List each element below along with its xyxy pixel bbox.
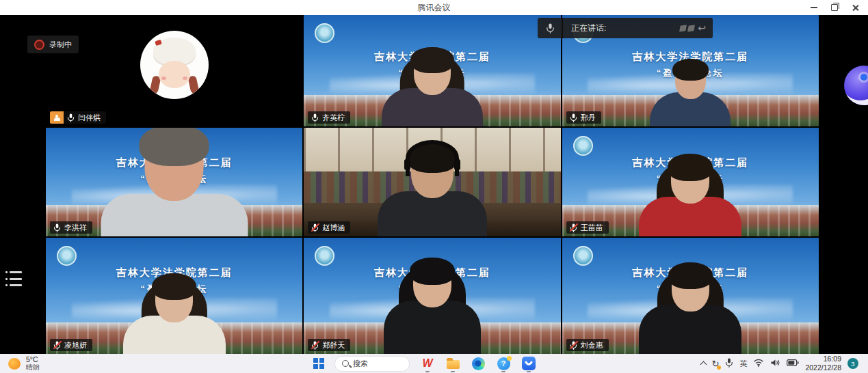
tencent-meeting-icon[interactable] xyxy=(521,355,536,372)
wps-icon[interactable]: W xyxy=(420,355,435,372)
host-badge xyxy=(50,111,64,124)
mic-icon xyxy=(311,341,319,350)
restore-icon xyxy=(831,4,838,11)
window-controls xyxy=(804,0,865,15)
participant-name: 李洪祥 xyxy=(64,223,87,233)
person-silhouette xyxy=(650,61,731,126)
video-tile[interactable]: 吉林大学法学院第二届 “盈科杯”论坛 李洪祥 xyxy=(46,128,302,236)
participant-name: 郑舒天 xyxy=(322,340,345,350)
meeting-stage: 闫伴烘 吉林大学法学院第二届 “盈科杯”论坛 齐英柠 吉林大学法学院第二届 “盈… xyxy=(0,15,868,354)
mic-icon xyxy=(67,113,75,122)
mic-icon xyxy=(53,341,61,350)
search-box[interactable]: 搜索 xyxy=(334,356,410,372)
taskbar: 5°C 晴朗 搜索 W ? ↻ 英 16:09 2022/12/28 3 xyxy=(0,354,868,373)
video-tile[interactable]: 吉林大学法学院第二届 “盈科杯”论坛 刘金惠 xyxy=(562,238,819,354)
university-logo-icon xyxy=(573,246,593,266)
window-title: 腾讯会议 xyxy=(0,0,868,15)
tray-chevron-icon[interactable] xyxy=(700,361,707,368)
search-label: 搜索 xyxy=(353,359,368,369)
university-logo-icon xyxy=(573,136,593,156)
video-tile[interactable]: 闫伴烘 xyxy=(46,15,302,126)
assistant-orb[interactable] xyxy=(844,66,868,105)
restore-button[interactable] xyxy=(824,1,845,14)
person-silhouette xyxy=(639,157,741,236)
qq-icon[interactable]: ? xyxy=(496,355,511,372)
video-grid: 闫伴烘 吉林大学法学院第二届 “盈科杯”论坛 齐英柠 吉林大学法学院第二届 “盈… xyxy=(46,15,819,354)
speaking-bar: 正在讲话: ↩ xyxy=(538,18,713,38)
flag-icon xyxy=(679,25,687,31)
video-tile[interactable]: 吉林大学法学院第二届 “盈科杯”论坛 王苗苗 xyxy=(562,128,819,236)
participant-name: 邢丹 xyxy=(581,113,596,123)
minimize-icon xyxy=(811,7,817,8)
person-silhouette xyxy=(378,146,487,236)
temperature: 5°C xyxy=(26,355,40,363)
headphones xyxy=(406,140,459,176)
speaking-mic-icon xyxy=(538,18,563,38)
recording-dot-icon xyxy=(34,40,44,50)
sync-icon[interactable]: ↻ xyxy=(712,359,720,368)
person-silhouette xyxy=(101,129,248,236)
video-tile[interactable]: 吉林大学法学院第二届 “盈科杯”论坛 郑舒天 xyxy=(304,238,560,354)
avatar xyxy=(140,31,209,99)
participant-name: 赵博涵 xyxy=(322,223,345,233)
title-bar: 腾讯会议 xyxy=(0,0,868,15)
undo-arrow-icon: ↩ xyxy=(698,23,706,33)
edge-icon[interactable] xyxy=(471,355,486,372)
person-silhouette xyxy=(382,50,483,126)
speaking-label: 正在讲话: xyxy=(571,23,606,34)
participant-name: 凌旭妍 xyxy=(64,340,87,350)
participant-name: 齐英柠 xyxy=(322,113,345,123)
time: 16:09 xyxy=(805,355,841,363)
volume-icon[interactable] xyxy=(770,359,780,368)
participant-name: 闫伴烘 xyxy=(78,113,101,123)
tray-mic-icon[interactable] xyxy=(725,358,733,369)
close-button[interactable] xyxy=(845,1,865,14)
weather-widget[interactable]: 5°C 晴朗 xyxy=(8,354,40,373)
date: 2022/12/28 xyxy=(805,363,841,372)
video-tile[interactable]: 赵博涵 xyxy=(304,128,560,236)
file-explorer-icon[interactable] xyxy=(445,355,460,372)
minimize-button[interactable] xyxy=(804,1,824,14)
person-silhouette xyxy=(384,261,481,354)
search-icon xyxy=(342,360,349,367)
university-logo-icon xyxy=(315,23,334,43)
weather-condition: 晴朗 xyxy=(26,363,40,372)
video-tile[interactable]: 吉林大学法学院第二届 “盈科杯”论坛 凌旭妍 xyxy=(46,238,302,354)
mic-icon xyxy=(570,341,577,350)
person-silhouette xyxy=(123,277,226,354)
mic-icon xyxy=(570,113,577,122)
recording-label: 录制中 xyxy=(49,40,72,50)
host-person-icon xyxy=(54,115,60,121)
start-button[interactable] xyxy=(313,358,324,369)
close-icon xyxy=(852,4,859,12)
member-list-button[interactable] xyxy=(5,270,22,288)
participant-name: 王苗苗 xyxy=(581,223,603,233)
recording-indicator[interactable]: 录制中 xyxy=(27,36,79,53)
mic-icon xyxy=(311,113,319,122)
university-logo-icon xyxy=(57,246,77,266)
sun-icon xyxy=(8,358,21,370)
participant-name: 刘金惠 xyxy=(581,340,603,350)
clock[interactable]: 16:09 2022/12/28 xyxy=(805,355,841,372)
mic-icon xyxy=(53,223,61,232)
mic-icon xyxy=(570,223,577,232)
battery-icon[interactable] xyxy=(787,359,799,368)
person-silhouette xyxy=(639,266,741,354)
university-logo-icon xyxy=(315,246,334,266)
mic-icon xyxy=(311,223,319,232)
flag-icon xyxy=(687,25,695,31)
wifi-icon[interactable] xyxy=(753,359,764,368)
ime-indicator[interactable]: 英 xyxy=(739,359,747,369)
notification-badge[interactable]: 3 xyxy=(847,358,858,369)
video-tile[interactable]: 吉林大学法学院第二届 “盈科杯”论坛 齐英柠 xyxy=(304,15,560,126)
